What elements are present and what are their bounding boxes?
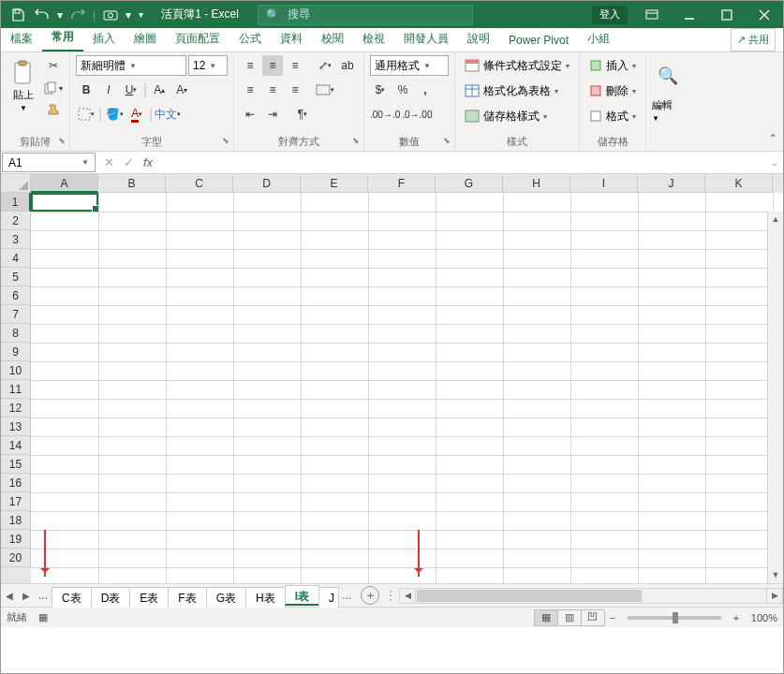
col-header-D[interactable]: D	[233, 174, 301, 193]
col-header-H[interactable]: H	[503, 174, 570, 193]
phonetic-button[interactable]: 中文▾	[155, 104, 181, 125]
camera-dropdown-icon[interactable]: ▾	[124, 4, 133, 26]
row-header-16[interactable]: 16	[1, 474, 31, 492]
row-header-15[interactable]: 15	[1, 455, 31, 474]
row-header-17[interactable]: 17	[1, 492, 31, 511]
close-button[interactable]	[746, 1, 783, 28]
copy-button[interactable]: ▾	[43, 78, 64, 98]
tab-formulas[interactable]: 公式	[229, 26, 271, 51]
row-header-3[interactable]: 3	[1, 230, 31, 249]
cut-button[interactable]: ✂	[43, 55, 64, 76]
row-header-9[interactable]: 9	[1, 343, 31, 361]
tab-home[interactable]: 常用	[42, 24, 83, 51]
select-all-corner[interactable]	[1, 174, 31, 193]
merge-button[interactable]: ▾	[315, 80, 335, 100]
scroll-left-icon[interactable]: ◀	[400, 589, 416, 603]
sheet-nav-next[interactable]: ▶	[18, 591, 35, 601]
sheet-tab-H表[interactable]: H表	[245, 587, 286, 608]
find-select-button[interactable]: 🔍	[652, 55, 684, 96]
zoom-out-button[interactable]: −	[605, 612, 620, 623]
align-launcher-icon[interactable]: ⬊	[352, 133, 360, 148]
col-header-K[interactable]: K	[705, 174, 773, 193]
font-color-button[interactable]: A▾	[126, 104, 147, 125]
cells-area[interactable]	[31, 193, 783, 583]
row-header-6[interactable]: 6	[1, 286, 31, 305]
row-header-8[interactable]: 8	[1, 324, 31, 343]
cell-styles-button[interactable]: 儲存格樣式▾	[461, 106, 551, 126]
hscroll-thumb[interactable]	[417, 590, 642, 602]
tab-view[interactable]: 檢視	[353, 26, 394, 51]
row-header-1[interactable]: 1	[1, 193, 31, 212]
tab-review[interactable]: 校閱	[312, 26, 353, 51]
tab-data[interactable]: 資料	[271, 26, 312, 51]
col-header-J[interactable]: J	[638, 174, 705, 193]
row-header-10[interactable]: 10	[1, 361, 31, 380]
fx-icon[interactable]: fx	[143, 155, 153, 169]
tab-split-handle[interactable]: ⋮	[385, 589, 390, 602]
col-header-E[interactable]: E	[301, 174, 368, 193]
increase-decimal-button[interactable]: .00→.0	[370, 104, 400, 125]
view-normal-button[interactable]: ▦	[534, 609, 558, 626]
tab-draw[interactable]: 繪圖	[125, 26, 166, 51]
row-header-5[interactable]: 5	[1, 268, 31, 286]
col-header-B[interactable]: B	[98, 174, 166, 193]
vertical-scrollbar[interactable]: ▲ ▼	[767, 212, 783, 583]
align-middle-button[interactable]: ≡	[262, 55, 283, 76]
col-header-I[interactable]: I	[570, 174, 638, 193]
maximize-button[interactable]	[708, 1, 746, 28]
align-right-button[interactable]: ≡	[285, 80, 305, 100]
fill-color-button[interactable]: 🪣▾	[104, 104, 125, 125]
font-name-combo[interactable]: 新細明體▼	[76, 55, 186, 76]
scroll-right-icon[interactable]: ▶	[766, 589, 782, 603]
expand-formula-icon[interactable]: ⌄	[766, 152, 783, 173]
insert-cells-button[interactable]: 插入▾	[585, 55, 640, 76]
col-header-C[interactable]: C	[166, 174, 233, 193]
undo-dropdown-icon[interactable]: ▾	[55, 4, 65, 26]
format-painter-button[interactable]	[43, 100, 64, 121]
row-header-12[interactable]: 12	[1, 399, 31, 418]
format-as-table-button[interactable]: 格式化為表格▾	[461, 81, 562, 101]
tab-insert[interactable]: 插入	[83, 26, 125, 51]
align-bottom-button[interactable]: ≡	[285, 55, 305, 76]
redo-icon[interactable]	[67, 4, 89, 26]
row-header-14[interactable]: 14	[1, 436, 31, 455]
bold-button[interactable]: B	[76, 80, 96, 100]
rtl-button[interactable]: ¶▾	[292, 104, 313, 125]
sheet-nav-dots-left[interactable]: ...	[35, 589, 52, 602]
accept-formula-icon[interactable]: ✓	[124, 155, 134, 169]
border-button[interactable]: ▾	[76, 104, 96, 125]
sheet-tab-G表[interactable]: G表	[206, 587, 246, 608]
align-center-button[interactable]: ≡	[262, 80, 283, 100]
sheet-nav-prev[interactable]: ◀	[1, 591, 18, 601]
sheet-tab-D表[interactable]: D表	[91, 587, 131, 608]
orientation-button[interactable]: ⤢▾	[315, 55, 335, 76]
tab-powerpivot[interactable]: Power Pivot	[499, 29, 578, 51]
sheet-tab-partial[interactable]: J	[318, 587, 339, 608]
zoom-in-button[interactable]: +	[729, 612, 744, 623]
scroll-up-icon[interactable]: ▲	[768, 212, 783, 227]
name-box[interactable]: A1▼	[2, 153, 96, 172]
percent-button[interactable]: %	[392, 80, 413, 100]
sheet-tab-I表[interactable]: I表	[285, 585, 319, 606]
cancel-formula-icon[interactable]: ✕	[104, 155, 114, 169]
row-header-11[interactable]: 11	[1, 380, 31, 399]
share-button[interactable]: ↗共用	[731, 28, 776, 51]
tab-help[interactable]: 說明	[458, 26, 499, 51]
col-header-F[interactable]: F	[368, 174, 436, 193]
number-launcher-icon[interactable]: ⬊	[443, 133, 451, 148]
italic-button[interactable]: I	[98, 80, 119, 100]
increase-indent-button[interactable]: ⇥	[262, 104, 283, 125]
collapse-ribbon-icon[interactable]: ⌃	[768, 132, 777, 145]
font-size-combo[interactable]: 12▼	[188, 55, 228, 76]
row-header-7[interactable]: 7	[1, 305, 31, 324]
clipboard-launcher-icon[interactable]: ⬊	[58, 133, 66, 148]
comma-button[interactable]: ,	[415, 80, 436, 100]
number-format-combo[interactable]: 通用格式▼	[370, 55, 449, 76]
row-header-2[interactable]: 2	[1, 212, 31, 230]
align-left-button[interactable]: ≡	[240, 80, 260, 100]
col-header-G[interactable]: G	[436, 174, 503, 193]
sheet-tab-F表[interactable]: F表	[168, 587, 206, 608]
sheet-tab-C表[interactable]: C表	[52, 587, 92, 608]
camera-icon[interactable]	[99, 4, 122, 26]
macro-record-icon[interactable]: ▦	[38, 611, 48, 623]
